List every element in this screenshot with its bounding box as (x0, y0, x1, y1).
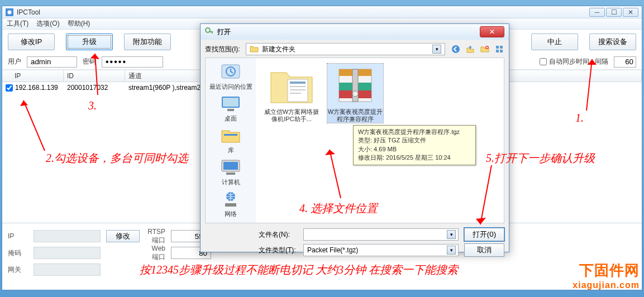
menu-tools[interactable]: 工具(T) (7, 19, 28, 28)
svg-rect-23 (290, 82, 306, 84)
dialog-title: 打开 (217, 27, 480, 37)
close-button[interactable]: ✕ (623, 8, 638, 17)
svg-rect-18 (223, 162, 238, 170)
place-recent[interactable]: 最近访问的位置 (209, 63, 252, 91)
svg-rect-26 (290, 93, 301, 94)
folder-thumb-icon (268, 64, 316, 107)
app-title: IPCTool (17, 8, 589, 16)
file-list: 威立信W方案网络摄像机IPC助手... W方案夜视亮度提升程序兼容程序 W方案夜… (258, 58, 504, 223)
ip-input[interactable] (34, 230, 101, 242)
view-menu-icon[interactable] (494, 44, 504, 54)
abort-button[interactable]: 中止 (531, 33, 578, 50)
recent-icon (220, 63, 242, 82)
tooltip-type: 类型: 好压 TGZ 压缩文件 (358, 136, 471, 145)
user-label: 用户 (8, 57, 21, 66)
libraries-icon (220, 126, 242, 145)
row-checkbox[interactable] (6, 84, 13, 92)
auto-sync-checkbox[interactable]: 自动同步时间 (540, 57, 589, 66)
chevron-down-icon[interactable]: ▾ (447, 230, 456, 239)
chevron-down-icon[interactable]: ▾ (447, 246, 456, 255)
watermark-en: xiagujian.com (573, 280, 640, 290)
folder-name: 新建文件夹 (262, 45, 295, 54)
svg-rect-14 (223, 98, 238, 107)
svg-rect-7 (496, 46, 499, 49)
modify-button[interactable]: 修改 (106, 230, 140, 242)
interval-input[interactable] (614, 56, 636, 68)
svg-rect-4 (212, 31, 213, 33)
user-input[interactable] (27, 56, 77, 68)
file-item-tgz[interactable]: W方案夜视亮度提升程序兼容程序 (327, 64, 383, 123)
file-browser: 最近访问的位置 桌面 库 计算机 网络 (205, 58, 504, 223)
watermark: 下固件网 xiagujian.com (573, 261, 640, 290)
computer-icon (220, 158, 242, 177)
password-label: 密码 (83, 57, 96, 66)
svg-rect-21 (225, 203, 236, 207)
place-libraries[interactable]: 库 (220, 126, 242, 155)
open-button[interactable]: 打开(0) (464, 228, 504, 241)
window-controls: ─ ☐ ✕ (589, 8, 638, 17)
filetype-label: 文件类型(T): (259, 246, 298, 255)
place-computer[interactable]: 计算机 (220, 158, 242, 186)
desktop-icon (220, 94, 242, 113)
file-tooltip: W方案夜视亮度提升程序兼容程序.tgz 类型: 好压 TGZ 压缩文件 大小: … (353, 125, 476, 165)
web-label: Web 端口 (145, 245, 165, 262)
svg-rect-15 (227, 109, 234, 111)
tooltip-filename: W方案夜视亮度提升程序兼容程序.tgz (358, 128, 471, 136)
file-item-folder[interactable]: 威立信W方案网络摄像机IPC助手... (264, 64, 319, 123)
maximize-button[interactable]: ☐ (606, 8, 622, 17)
svg-rect-10 (500, 50, 503, 52)
place-network[interactable]: 网络 (220, 190, 242, 218)
tooltip-date: 修改日期: 2016/5/25 星期三 10:24 (358, 154, 471, 162)
modify-ip-button[interactable]: 修改IP (8, 33, 55, 50)
interval-label: 间隔 (595, 57, 608, 66)
gateway-input[interactable] (34, 264, 101, 276)
mask-input[interactable] (34, 247, 101, 259)
network-icon (220, 190, 242, 209)
cancel-button[interactable]: 取消 (464, 243, 504, 257)
col-id[interactable]: ID (64, 70, 125, 82)
filename-label: 文件名(N): (259, 230, 298, 239)
row-id: 20001017032 (64, 82, 125, 93)
row-ip: 192.168.1.139 (15, 84, 58, 92)
file-name-label: 威立信W方案网络摄像机IPC助手... (264, 108, 319, 123)
password-input[interactable] (102, 56, 163, 68)
up-icon[interactable] (465, 44, 475, 54)
filetype-combo[interactable]: Packet File(*.tgz)▾ (303, 244, 459, 256)
menu-options[interactable]: 选项(O) (36, 19, 59, 28)
tooltip-size: 大小: 4.69 MB (358, 145, 471, 154)
svg-rect-25 (290, 89, 306, 90)
lookup-row: 查找范围(I): 新建文件夹 ▾ (205, 43, 504, 55)
ip-label: IP (8, 232, 28, 240)
svg-point-5 (452, 45, 460, 53)
new-folder-icon[interactable] (480, 44, 490, 54)
svg-rect-16 (224, 134, 237, 136)
dialog-titlebar: 打开 ✕ (201, 24, 509, 40)
col-ip[interactable]: IP (2, 70, 64, 82)
svg-rect-19 (226, 173, 235, 175)
filename-combo[interactable]: ▾ (303, 228, 459, 241)
chevron-down-icon[interactable]: ▾ (432, 45, 441, 54)
archive-thumb-icon (331, 64, 379, 107)
svg-point-32 (352, 91, 358, 97)
key-icon (205, 27, 214, 36)
gateway-label: 网关 (8, 265, 28, 275)
folder-icon (250, 45, 259, 54)
back-icon[interactable] (451, 44, 461, 54)
watermark-cn: 下固件网 (573, 261, 640, 280)
search-devices-button[interactable]: 搜索设备 (589, 33, 636, 50)
svg-point-1 (8, 10, 12, 14)
mask-label: 掩码 (8, 248, 28, 258)
menu-help[interactable]: 帮助(H) (68, 19, 90, 28)
lookup-label: 查找范围(I): (205, 45, 240, 54)
svg-rect-24 (290, 86, 306, 87)
svg-rect-9 (496, 50, 499, 52)
dialog-close-button[interactable]: ✕ (480, 26, 504, 37)
extra-button[interactable]: 附加功能 (124, 33, 171, 50)
app-icon (6, 8, 13, 16)
folder-combo[interactable]: 新建文件夹 ▾ (246, 43, 445, 55)
dialog-bottom: 文件名(N): ▾ 打开(0) 文件类型(T): Packet File(*.t… (205, 223, 504, 258)
file-name-label: W方案夜视亮度提升程序兼容程序 (327, 108, 383, 123)
minimize-button[interactable]: ─ (589, 8, 605, 17)
upgrade-button[interactable]: 升级 (66, 33, 113, 50)
place-desktop[interactable]: 桌面 (220, 94, 242, 123)
